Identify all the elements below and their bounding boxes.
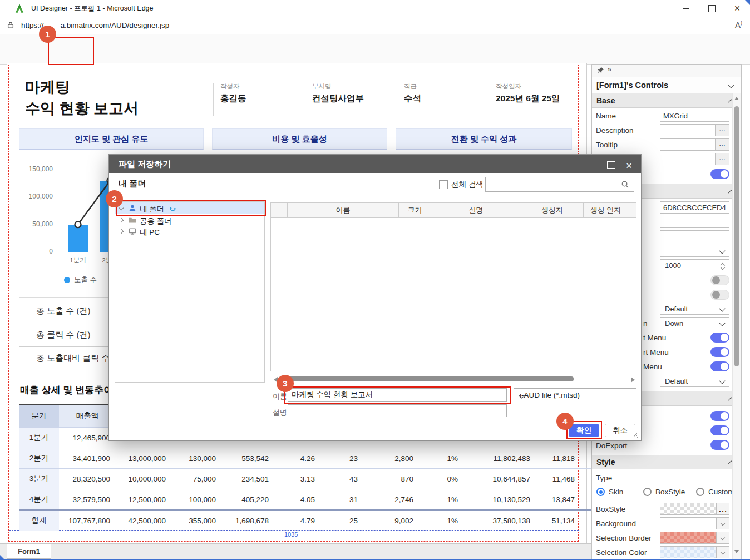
prop-toggle-on[interactable] — [710, 425, 729, 435]
file-type-select[interactable]: i-AUD file (*.mtsd) — [514, 388, 636, 402]
prop-select-default[interactable]: Default — [660, 375, 729, 387]
chevron-right-icon[interactable] — [119, 218, 124, 222]
prop-spinner[interactable]: 1000 — [660, 259, 729, 271]
collapse-panel-icon[interactable]: » — [608, 65, 611, 73]
dropdown-button[interactable] — [716, 546, 729, 558]
table-header-cell: 분기 — [19, 404, 59, 428]
prop-toggle-off[interactable] — [710, 290, 729, 300]
chevron-down-icon[interactable] — [119, 206, 124, 210]
table-cell: 10,644,857 — [463, 469, 536, 489]
radio-custom[interactable] — [696, 488, 704, 496]
prop-input[interactable] — [660, 230, 729, 242]
prop-guid-input[interactable] — [660, 201, 729, 214]
table-cell: 28,320,500 — [59, 469, 116, 489]
hscroll-right-icon[interactable] — [631, 377, 635, 383]
meta-separator — [564, 83, 564, 116]
prop-name-input[interactable] — [660, 110, 729, 122]
tree-item-my-pc[interactable]: 내 PC — [115, 226, 264, 237]
radio-boxstyle[interactable] — [643, 488, 652, 496]
table-cell: 3분기 — [19, 469, 59, 489]
ellipsis-button[interactable]: … — [716, 503, 729, 515]
scroll-down-icon[interactable] — [734, 550, 739, 553]
prop-select-down[interactable]: Down — [660, 317, 729, 329]
ellipsis-button[interactable]: … — [715, 125, 729, 136]
tree-item-my-folder[interactable]: 내 폴더 — [115, 202, 264, 214]
prop-input[interactable] — [660, 216, 729, 228]
save-file-dialog: 파일 저장하기 × 내 폴더 전체 검색 내 폴더 — [108, 154, 642, 441]
scrollbar-thumb[interactable] — [734, 106, 739, 366]
file-name-input[interactable] — [288, 388, 507, 402]
chevron-right-icon[interactable] — [119, 229, 124, 234]
prop-toggle-off[interactable] — [710, 275, 729, 285]
prop-label-fragment: n — [643, 319, 648, 328]
table-cell: 3.13 — [274, 469, 320, 489]
meta-value: 홍길동 — [220, 93, 246, 105]
description-input[interactable] — [288, 404, 507, 417]
background-swatch[interactable] — [660, 517, 716, 529]
prop-select-default[interactable]: Default — [660, 303, 729, 315]
prop-toggle-on[interactable] — [710, 411, 729, 421]
panel-controls-bar[interactable]: [Form1]'s Controls — [592, 77, 741, 93]
hscroll-thumb[interactable] — [279, 376, 574, 381]
dialog-close-icon[interactable]: × — [626, 156, 632, 175]
file-list-table[interactable]: 이름크기설명생성자생성 일자 — [270, 202, 636, 371]
ellipsis-button[interactable]: … — [715, 139, 729, 150]
dialog-titlebar[interactable]: 파일 저장하기 × — [109, 155, 641, 173]
table-cell: 75,000 — [171, 469, 221, 489]
page-guide-label: 1035 — [284, 531, 298, 538]
url-bar[interactable]: https://a.bimatrix.com/AUD/designer.jsp … — [0, 17, 750, 35]
prop-input[interactable]: … — [660, 153, 729, 165]
radio-skin[interactable] — [596, 488, 605, 496]
style-boxstyle-label: BoxStyle — [596, 505, 625, 513]
folder-icon — [129, 216, 136, 226]
tab-form1[interactable]: Form1 — [7, 544, 51, 559]
radio-skin-label: Skin — [609, 488, 623, 496]
ok-button[interactable]: 확인 — [569, 424, 599, 437]
table-cell: 합계 — [19, 510, 59, 531]
chevron-down-icon — [719, 320, 725, 326]
search-icon[interactable] — [621, 180, 629, 191]
panel-scrollbar[interactable] — [732, 93, 741, 560]
prop-toggle-on[interactable] — [710, 440, 729, 450]
prop-toggle-on[interactable] — [710, 361, 729, 371]
tree-item-shared-folder[interactable]: 공용 폴더 — [115, 215, 264, 226]
section-tab[interactable]: 비용 및 효율성 — [212, 128, 387, 150]
read-aloud-icon[interactable]: A) — [735, 20, 742, 29]
dropdown-button[interactable] — [716, 517, 729, 529]
section-style[interactable]: Style — [592, 455, 741, 469]
cancel-button[interactable]: 취소 — [605, 424, 635, 437]
search-input[interactable] — [485, 177, 634, 192]
meta-separator — [397, 83, 397, 116]
scroll-up-icon[interactable] — [734, 97, 739, 100]
minimize-button[interactable] — [673, 0, 699, 17]
file-col-header[interactable]: 설명 — [431, 203, 521, 217]
file-col-header[interactable]: 크기 — [399, 203, 431, 217]
section-tab[interactable]: 인지도 및 관심 유도 — [19, 128, 204, 150]
ellipsis-button[interactable]: … — [715, 153, 729, 165]
step-marker-1: 1 — [39, 26, 56, 43]
pin-icon[interactable] — [597, 66, 604, 76]
file-col-header[interactable]: 생성 일자 — [584, 203, 628, 217]
section-base[interactable]: Base — [592, 93, 741, 108]
radio-custom-label: Custom — [708, 488, 734, 496]
table-cell: 23 — [320, 448, 363, 469]
file-col-header[interactable]: 생성자 — [521, 203, 584, 217]
dialog-maximize-icon[interactable] — [607, 161, 615, 169]
prop-toggle-on[interactable] — [710, 347, 729, 357]
refresh-icon[interactable] — [169, 205, 176, 214]
search-all-checkbox[interactable] — [439, 180, 448, 189]
prop-select-empty[interactable] — [660, 245, 729, 257]
prop-toggle-on[interactable] — [710, 169, 729, 179]
file-col-header[interactable]: 이름 — [288, 203, 399, 217]
section-tab[interactable]: 전환 및 수익 성과 — [396, 128, 572, 150]
selection-border-swatch[interactable] — [660, 532, 716, 544]
maximize-button[interactable] — [699, 0, 724, 17]
boxstyle-swatch[interactable] — [660, 503, 716, 515]
table-cell: 11,818 — [536, 448, 580, 469]
resize-handle[interactable] — [632, 433, 638, 438]
dropdown-button[interactable] — [716, 532, 729, 544]
prop-tooltip-input[interactable]: … — [660, 138, 729, 151]
prop-description-input[interactable]: … — [660, 124, 729, 136]
prop-toggle-on[interactable] — [710, 333, 729, 343]
selection-color-swatch[interactable] — [660, 546, 716, 558]
